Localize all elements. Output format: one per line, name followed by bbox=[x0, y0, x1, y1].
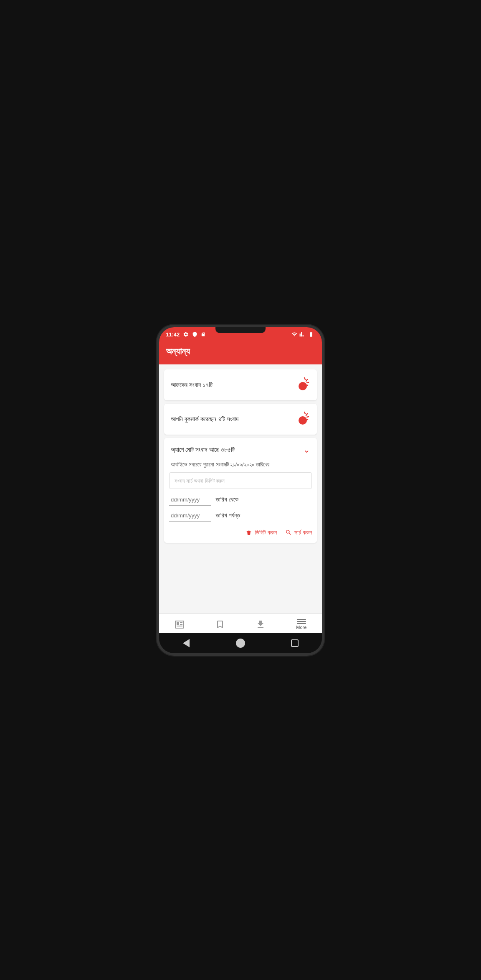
battery-icon bbox=[307, 331, 315, 337]
today-news-text: আজকের সংবাদ ১৭টি bbox=[171, 381, 213, 389]
menu-lines-icon bbox=[297, 619, 306, 624]
search-button[interactable]: সার্চ করুন bbox=[285, 529, 312, 536]
date-from-input[interactable] bbox=[169, 494, 211, 506]
svg-line-2 bbox=[307, 382, 309, 383]
sd-card-icon bbox=[201, 331, 205, 337]
svg-point-4 bbox=[299, 382, 307, 390]
more-label: More bbox=[296, 625, 306, 630]
chevron-down-icon: ⌄ bbox=[303, 445, 310, 455]
sun-icon-2 bbox=[293, 410, 310, 428]
svg-line-1 bbox=[306, 379, 307, 381]
svg-line-5 bbox=[304, 412, 305, 414]
search-box[interactable]: সংবাদ সার্চ অথবা ডিলিট করুন bbox=[169, 472, 312, 489]
signal-icon bbox=[299, 331, 305, 337]
phone-frame: 11:42 bbox=[159, 327, 322, 653]
search-label: সার্চ করুন bbox=[294, 529, 312, 536]
content-area: আজকের সংবাদ ১৭টি আপনি বুকমার্ক করেছেন ৪ট… bbox=[159, 364, 322, 613]
android-nav bbox=[159, 633, 322, 653]
app-header: অন্যান্য bbox=[159, 340, 322, 364]
trash-icon bbox=[246, 529, 252, 536]
phone-notch bbox=[215, 327, 266, 333]
date-to-label: তারিখ পর্যন্ত bbox=[216, 512, 240, 519]
recent-button[interactable] bbox=[289, 637, 301, 649]
svg-line-0 bbox=[304, 378, 305, 379]
status-time: 11:42 bbox=[166, 331, 180, 338]
nav-download[interactable] bbox=[249, 618, 272, 631]
nav-news[interactable] bbox=[168, 618, 191, 631]
date-from-label: তারিখ থেকে bbox=[216, 496, 238, 503]
sun-icon-1 bbox=[293, 376, 310, 394]
expand-header[interactable]: অ্যাপে মোট সংবাদ আছে ৩৮৫টি ⌄ bbox=[164, 438, 317, 461]
back-button[interactable] bbox=[180, 637, 192, 649]
expand-title: অ্যাপে মোট সংবাদ আছে ৩৮৫টি bbox=[171, 446, 235, 453]
bottom-nav: More bbox=[159, 613, 322, 633]
today-news-card[interactable]: আজকের সংবাদ ১৭টি bbox=[164, 369, 317, 400]
app-title: অন্যান্য bbox=[166, 346, 315, 357]
nav-bookmark[interactable] bbox=[208, 618, 232, 631]
shield-icon bbox=[192, 331, 197, 337]
search-placeholder: সংবাদ সার্চ অথবা ডিলিট করুন bbox=[175, 478, 225, 484]
delete-button[interactable]: ডিলিট করুন bbox=[246, 529, 277, 536]
home-button[interactable] bbox=[235, 637, 246, 649]
bookmarked-news-card[interactable]: আপনি বুকমার্ক করেছেন ৪টি সংবাদ bbox=[164, 404, 317, 435]
action-buttons: ডিলিট করুন সার্চ করুন bbox=[164, 526, 317, 543]
bookmark-icon bbox=[215, 619, 225, 629]
svg-point-9 bbox=[299, 416, 307, 425]
download-icon bbox=[256, 619, 266, 629]
expand-card: অ্যাপে মোট সংবাদ আছে ৩৮৫টি ⌄ আর্কাইভে সব… bbox=[164, 438, 317, 543]
svg-line-6 bbox=[306, 414, 307, 415]
date-from-row: তারিখ থেকে bbox=[164, 494, 317, 510]
newspaper-icon bbox=[175, 619, 185, 629]
date-to-input[interactable] bbox=[169, 510, 211, 522]
nav-more[interactable]: More bbox=[289, 617, 313, 631]
search-icon bbox=[285, 529, 292, 536]
delete-label: ডিলিট করুন bbox=[255, 529, 277, 536]
status-left: 11:42 bbox=[166, 331, 205, 338]
archive-text: আর্কাইভে সবচেয়ে পুরানো সংবাদটি ২১/০৯/২০… bbox=[164, 461, 317, 472]
status-right bbox=[291, 331, 315, 337]
wifi-icon bbox=[291, 331, 298, 337]
gear-icon bbox=[183, 331, 189, 337]
date-to-row: তারিখ পর্যন্ত bbox=[164, 510, 317, 526]
bookmarked-news-text: আপনি বুকমার্ক করেছেন ৪টি সংবাদ bbox=[171, 415, 238, 423]
svg-line-7 bbox=[307, 417, 309, 417]
